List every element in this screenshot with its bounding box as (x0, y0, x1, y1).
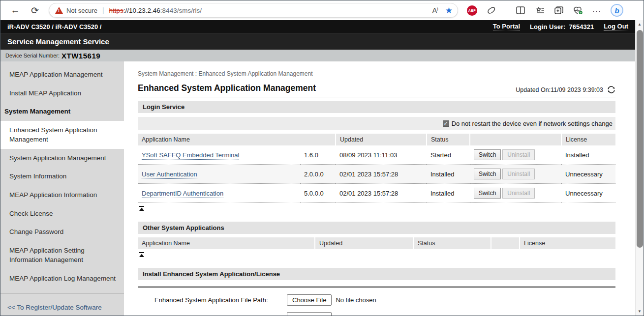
table-row: YSoft SAFEQ Embedded Terminal 1.6.0 08/0… (138, 145, 615, 165)
sidebar-header-system-management: System Management (0, 102, 124, 121)
table-row: User Authentication 2.0.0.0 02/01 2023 1… (138, 165, 615, 184)
address-bar[interactable]: ! Not secure | https://10.23.2.46:8443/s… (49, 3, 458, 18)
col-status: Status (427, 134, 470, 145)
serial-value: XTW15619 (61, 52, 100, 60)
serial-number-bar: Device Serial Number: XTW15619 (0, 50, 635, 61)
toolbar-separator (506, 6, 506, 15)
table-row: DepartmentID Authentication 5.0.0.0 02/0… (138, 184, 615, 203)
install-section-header: Install Enhanced System Application/Lice… (138, 268, 615, 280)
main-content: System Management : Enhanced System Appl… (124, 61, 635, 316)
sidebar-item-system-information[interactable]: System Information (0, 167, 124, 186)
section-divider (138, 287, 615, 287)
app-version: 1.6.0 (300, 145, 336, 165)
app-link[interactable]: User Authentication (142, 171, 197, 179)
app-updated: 08/09 2023 11:11:03 (336, 145, 427, 165)
app-updated: 02/01 2023 15:57:28 (336, 184, 427, 203)
app-status: Installed (427, 184, 470, 203)
bing-chat-icon[interactable]: b (611, 4, 623, 17)
browser-toolbar: ← ⟳ ! Not secure | https://10.23.2.46:84… (0, 0, 644, 20)
sidebar-item-check-license[interactable]: Check License (0, 204, 124, 223)
switch-button[interactable]: Switch (474, 188, 501, 199)
sidebar-item-enhanced-system-application-management[interactable]: Enhanced System Application Management (0, 121, 124, 149)
sidebar-item-meap-application-information[interactable]: MEAP Application Information (0, 186, 124, 204)
sidebar-item-system-application-management[interactable]: System Application Management (0, 149, 124, 168)
collections-icon[interactable] (535, 5, 545, 15)
col-application-name: Application Name (138, 134, 336, 145)
url-host: ://10.23.2.46 (123, 7, 160, 14)
to-register-update-software-link[interactable]: << To Register/Update Software (7, 304, 102, 311)
device-title-bar: iR-ADV C3520 / iR-ADV C3520 / To Portal … (0, 20, 635, 33)
login-user: Login User: 7654321 (530, 23, 594, 30)
esa-file-path-label: Enhanced System Application File Path: (138, 294, 287, 306)
more-menu-icon[interactable]: ··· (592, 6, 601, 15)
other-apps-section-header: Other System Applications (138, 222, 615, 234)
app-link[interactable]: DepartmentID Authentication (142, 190, 223, 198)
install-form: Enhanced System Application File Path: C… (138, 294, 615, 316)
updated-on-text: Updated On:11/09 2023 9:39:03 (516, 86, 603, 93)
restart-option-bar: ✓ Do not restart the device even if netw… (138, 117, 615, 130)
uninstall-button[interactable]: Uninstall (502, 188, 535, 199)
scrollbar-down-icon[interactable]: ▼ (636, 307, 644, 316)
sidebar: MEAP Application Management Install MEAP… (0, 61, 124, 316)
esa-choose-file-button[interactable]: Choose File (287, 294, 332, 306)
col-license: License (561, 134, 615, 145)
uninstall-button[interactable]: Uninstall (502, 169, 535, 179)
address-separator: | (102, 6, 104, 14)
log-out-link[interactable]: Log Out (604, 23, 628, 31)
back-to-top-icon[interactable] (139, 252, 145, 258)
app-license: Installed (561, 145, 615, 165)
to-portal-link[interactable]: To Portal (493, 23, 520, 31)
refresh-icon[interactable] (607, 86, 615, 93)
split-screen-icon[interactable] (516, 5, 525, 15)
switch-button[interactable]: Switch (474, 149, 501, 160)
sidebar-item-install-meap-application[interactable]: Install MEAP Application (0, 84, 124, 103)
license-choose-file-button[interactable]: Choose File (287, 312, 332, 316)
sidebar-item-meap-application-log-management[interactable]: MEAP Application Log Management (0, 269, 124, 288)
app-status: Installed (427, 165, 470, 184)
serial-label: Device Serial Number: (5, 53, 60, 58)
col-status: Status (413, 237, 491, 249)
app-version: 5.0.0.0 (300, 184, 336, 203)
sidebar-item-change-password[interactable]: Change Password (0, 223, 124, 241)
do-not-restart-label: Do not restart the device even if networ… (452, 120, 613, 127)
read-aloud-icon[interactable]: A) (432, 6, 438, 14)
app-link[interactable]: YSoft SAFEQ Embedded Terminal (142, 151, 239, 160)
app-status: Started (427, 145, 470, 165)
sidebar-footer: << To Register/Update Software (0, 293, 124, 316)
url-scheme: https (109, 7, 123, 14)
adblock-icon[interactable]: ABP (467, 5, 477, 16)
reload-icon[interactable]: ⟳ (28, 3, 42, 17)
app-updated: 02/01 2023 15:57:28 (336, 165, 427, 184)
login-service-table: Application Name Updated Status License … (138, 134, 615, 203)
scrollbar-thumb[interactable] (637, 30, 643, 248)
scrollbar-up-icon[interactable]: ▲ (636, 20, 644, 29)
sidebar-item-meap-application-setting-information-management[interactable]: MEAP Application Setting Information Man… (0, 241, 124, 269)
device-path: iR-ADV C3520 / iR-ADV C3520 / (7, 23, 101, 30)
page-scrollbar[interactable]: ▲ ▼ (635, 20, 644, 316)
browser-essentials-icon[interactable] (573, 5, 583, 15)
page-title: Enhanced System Application Management (138, 83, 316, 93)
url-text[interactable]: https://10.23.2.46:8443/sms/rls/ (109, 7, 429, 14)
extensions-icon[interactable] (487, 5, 496, 15)
col-application-name: Application Name (138, 237, 315, 249)
do-not-restart-checkbox[interactable]: ✓ (443, 120, 449, 127)
app-title: Service Management Service (7, 37, 109, 46)
esa-file-status: No file chosen (336, 296, 376, 304)
col-license: License (520, 237, 615, 249)
breadcrumb: System Management : Enhanced System Appl… (138, 70, 615, 77)
back-icon[interactable]: ← (8, 3, 22, 17)
service-title-bar: Service Management Service (0, 33, 635, 50)
browser-window: ← ⟳ ! Not secure | https://10.23.2.46:84… (0, 0, 644, 316)
back-to-top-icon[interactable] (139, 206, 145, 211)
tab-group-icon[interactable] (554, 5, 564, 15)
switch-button[interactable]: Switch (474, 169, 501, 179)
app-license: Unnecessary (561, 165, 615, 184)
uninstall-button[interactable]: Uninstall (502, 149, 535, 160)
license-file-path-label: License File Path: (138, 312, 287, 316)
license-file-status: No file chosen (336, 314, 376, 316)
not-secure-warning-icon: ! (55, 7, 63, 14)
app-version: 2.0.0.0 (300, 165, 336, 184)
not-secure-label[interactable]: Not secure (66, 7, 97, 14)
favorite-star-icon[interactable]: ★ (445, 6, 453, 15)
sidebar-item-meap-application-management[interactable]: MEAP Application Management (0, 65, 124, 84)
